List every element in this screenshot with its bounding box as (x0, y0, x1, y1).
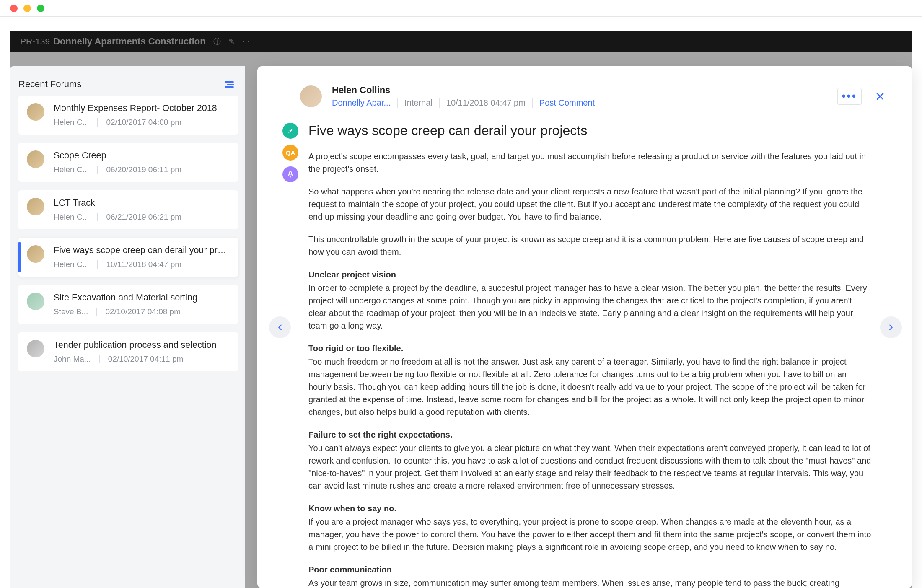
forum-meta: Helen C...02/10/2017 04:00 pm (54, 118, 229, 127)
sidebar-header: Recent Forums (18, 79, 238, 96)
forum-author: John Ma... (54, 355, 91, 364)
forum-date: 06/21/2019 06:21 pm (106, 212, 181, 222)
separator (97, 166, 98, 174)
author-avatar (300, 85, 322, 107)
collapse-icon[interactable] (225, 81, 234, 88)
forum-detail-panel: Helen Collins Donnelly Apar... Internal … (257, 66, 912, 588)
paragraph: A project's scope encompasses every task… (308, 150, 872, 175)
avatar (27, 245, 44, 263)
project-link[interactable]: Donnelly Apar... (332, 98, 391, 108)
post-title: Five ways scope creep can derail your pr… (308, 123, 872, 138)
forum-author: Helen C... (54, 118, 89, 127)
prev-forum-button[interactable] (269, 316, 291, 338)
forum-card[interactable]: Five ways scope creep can derail your pr… (18, 238, 238, 277)
forum-title: Site Excavation and Material sorting (54, 293, 229, 303)
forum-card[interactable]: Site Excavation and Material sortingStev… (18, 285, 238, 324)
forum-date: 02/10/2017 04:11 pm (108, 355, 184, 364)
paragraph: This uncontrollable growth in the scope … (308, 233, 872, 258)
paragraph: Know when to say no.If you are a project… (308, 502, 872, 553)
qa-badge[interactable]: QA (282, 145, 298, 161)
forum-body: Five ways scope creep can derail your pr… (54, 245, 229, 269)
forum-author: Steve B... (54, 307, 88, 316)
detail-wrap: Helen Collins Donnelly Apar... Internal … (245, 66, 912, 588)
header-actions: ••• (837, 88, 888, 105)
separator (97, 260, 98, 269)
header-meta: Donnelly Apar... Internal 10/11/2018 04:… (332, 98, 827, 108)
forum-meta: Helen C...10/11/2018 04:47 pm (54, 260, 229, 269)
post-comment-link[interactable]: Post Comment (539, 98, 595, 108)
forum-meta: Helen C...06/20/2019 06:11 pm (54, 165, 229, 174)
paragraph: Failure to set the right expectations.Yo… (308, 428, 872, 492)
paragraph: Too rigid or too flexible.Too much freed… (308, 342, 872, 418)
section-heading: Too rigid or too flexible. (308, 342, 872, 355)
next-forum-button[interactable] (880, 316, 902, 338)
avatar (27, 103, 44, 121)
separator (397, 98, 398, 108)
forum-body: Tender publication process and selection… (54, 340, 229, 364)
avatar (27, 340, 44, 357)
separator (97, 118, 98, 127)
modal-layer: Recent Forums Monthly Expenses Report- O… (10, 66, 912, 588)
forum-list: Monthly Expenses Report- October 2018Hel… (18, 96, 238, 371)
mic-icon[interactable] (282, 166, 298, 182)
forum-date: 02/10/2017 04:00 pm (106, 118, 181, 127)
forum-title: Five ways scope creep can derail your pr… (54, 245, 229, 256)
paragraph: So what happens when you're nearing the … (308, 185, 872, 223)
more-actions-button[interactable]: ••• (837, 88, 862, 105)
detail-body: QA Five ways scope creep can derail your… (282, 123, 888, 588)
forum-meta: Steve B...02/10/2017 04:08 pm (54, 307, 229, 316)
mac-close-dot[interactable] (10, 5, 18, 12)
recent-forums-sidebar: Recent Forums Monthly Expenses Report- O… (10, 66, 245, 588)
post-timestamp: 10/11/2018 04:47 pm (446, 98, 526, 108)
pin-icon[interactable] (282, 123, 298, 139)
forum-body: Scope CreepHelen C...06/20/2019 06:11 pm (54, 150, 229, 174)
forum-body: Monthly Expenses Report- October 2018Hel… (54, 103, 229, 127)
section-heading: Poor communication (308, 563, 872, 576)
forum-date: 06/20/2019 06:11 pm (106, 165, 181, 174)
separator (99, 355, 100, 363)
forum-title: LCT Track (54, 198, 229, 208)
forum-title: Tender publication process and selection (54, 340, 229, 350)
forum-title: Monthly Expenses Report- October 2018 (54, 103, 229, 114)
app-shell: PR-139 Donnelly Apartments Construction … (0, 17, 922, 588)
separator (97, 213, 98, 221)
forum-card[interactable]: Monthly Expenses Report- October 2018Hel… (18, 96, 238, 135)
author-name: Helen Collins (332, 85, 827, 96)
forum-title: Scope Creep (54, 150, 229, 161)
side-tags: QA (282, 123, 299, 588)
forum-card[interactable]: Tender publication process and selection… (18, 332, 238, 371)
avatar (27, 198, 44, 215)
separator (439, 98, 440, 108)
mac-zoom-dot[interactable] (37, 5, 44, 12)
visibility-label: Internal (404, 98, 433, 108)
separator (532, 98, 533, 108)
close-button[interactable] (872, 88, 888, 105)
forum-meta: John Ma...02/10/2017 04:11 pm (54, 355, 229, 364)
forum-body: LCT TrackHelen C...06/21/2019 06:21 pm (54, 198, 229, 222)
forum-card[interactable]: LCT TrackHelen C...06/21/2019 06:21 pm (18, 190, 238, 229)
paragraph: Unclear project visionIn order to comple… (308, 268, 872, 332)
forum-body: Site Excavation and Material sortingStev… (54, 293, 229, 316)
section-heading: Failure to set the right expectations. (308, 428, 872, 441)
paragraph: Poor communicationAs your team grows in … (308, 563, 872, 588)
forum-date: 02/10/2017 04:08 pm (105, 307, 181, 316)
mac-minimize-dot[interactable] (23, 5, 31, 12)
forum-date: 10/11/2018 04:47 pm (106, 260, 181, 269)
forum-author: Helen C... (54, 212, 89, 222)
header-texts: Helen Collins Donnelly Apar... Internal … (332, 85, 827, 108)
forum-author: Helen C... (54, 260, 89, 269)
mac-window-controls (0, 0, 922, 17)
forum-meta: Helen C...06/21/2019 06:21 pm (54, 212, 229, 222)
avatar (27, 293, 44, 310)
separator (96, 308, 97, 316)
sidebar-title: Recent Forums (18, 79, 81, 90)
section-heading: Know when to say no. (308, 502, 872, 515)
forum-author: Helen C... (54, 165, 89, 174)
section-heading: Unclear project vision (308, 268, 872, 281)
forum-card[interactable]: Scope CreepHelen C...06/20/2019 06:11 pm (18, 143, 238, 182)
article-content: Five ways scope creep can derail your pr… (308, 123, 888, 588)
avatar (27, 150, 44, 168)
svg-rect-2 (290, 171, 292, 175)
detail-header: Helen Collins Donnelly Apar... Internal … (282, 85, 888, 108)
